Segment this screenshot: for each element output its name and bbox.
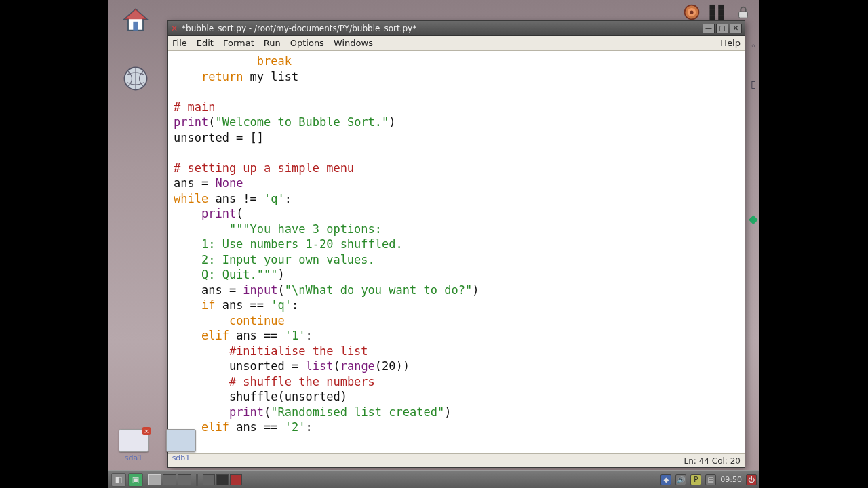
editor-window: ✕ *bubble_sort.py - /root/my-documents/P… — [167, 20, 745, 468]
desktop: ▪▪▪▪▪▪ ◦ ▯ ◆ ✕ *bubble_sort.py - /root/m… — [108, 0, 760, 488]
task-item[interactable] — [230, 474, 242, 485]
tray-app-icon[interactable]: ◆ — [660, 474, 671, 485]
widget-dot-icon[interactable]: ◦ — [751, 41, 756, 52]
grid-icon[interactable]: ▪▪▪▪▪▪ — [708, 3, 727, 22]
svg-rect-1 — [133, 22, 138, 30]
menubar: File Edit Format Run Options Windows Hel… — [168, 36, 745, 51]
string: "Randomised list created" — [271, 405, 444, 419]
code-text: : — [285, 192, 292, 205]
workspace-3[interactable] — [178, 474, 191, 485]
builtin-input: input — [243, 283, 277, 297]
globe-icon[interactable] — [117, 60, 155, 98]
widget-arrow-icon[interactable]: ◆ — [749, 211, 758, 226]
desktop-drives: × sda1 sdb1 — [117, 429, 198, 462]
menu-format[interactable]: Format — [223, 38, 254, 48]
code-text: ) — [389, 115, 395, 129]
clock[interactable]: 09:50 — [720, 475, 742, 484]
drive-label: sdb1 — [164, 453, 198, 462]
col-value: 20 — [730, 456, 741, 466]
builtin-print: print — [174, 115, 208, 129]
eject-badge-icon: × — [142, 427, 151, 435]
workspace-2[interactable] — [163, 474, 176, 485]
desktop-button[interactable]: ▣ — [128, 473, 143, 487]
string: '2' — [285, 420, 306, 434]
kw-elif: elif — [201, 329, 229, 342]
code-text: ans != — [208, 192, 264, 205]
string: """You have 3 options: — [229, 222, 382, 236]
volume-icon[interactable]: 🔊 — [675, 474, 686, 485]
lock-icon[interactable] — [734, 3, 753, 22]
workspace-pager[interactable] — [148, 474, 191, 485]
builtin-range: range — [340, 359, 375, 373]
target-icon[interactable] — [682, 3, 701, 22]
top-tray: ▪▪▪▪▪▪ — [682, 3, 753, 22]
task-item[interactable] — [216, 474, 229, 485]
builtin-print: print — [229, 405, 264, 419]
drive-sda1[interactable]: × sda1 — [117, 429, 151, 462]
task-item[interactable] — [203, 474, 215, 485]
menu-file[interactable]: File — [172, 38, 187, 48]
string: '1' — [285, 329, 306, 342]
tray-doc-icon[interactable]: ▤ — [705, 474, 716, 485]
code-text: ans = — [174, 176, 215, 190]
menu-edit[interactable]: Edit — [197, 38, 214, 48]
drive-sdb1[interactable]: sdb1 — [164, 429, 198, 462]
text-cursor — [313, 420, 313, 434]
statusbar: Ln: 44 Col: 20 — [168, 453, 745, 467]
code-text: shuffle(unsorted) — [174, 390, 347, 403]
code-text: ) — [278, 268, 285, 281]
menu-run[interactable]: Run — [264, 38, 281, 48]
code-text: ans == — [229, 329, 285, 342]
string: 'q' — [271, 298, 292, 312]
comment: # shuffle the numbers — [229, 375, 375, 388]
code-text: ) — [472, 283, 479, 297]
kw-continue: continue — [229, 314, 285, 327]
close-icon[interactable]: ✕ — [171, 24, 178, 33]
comment: #initialise the list — [229, 344, 368, 358]
menu-options[interactable]: Options — [290, 38, 324, 48]
kw-if: if — [201, 298, 215, 312]
svg-marker-2 — [125, 9, 147, 20]
home-icon[interactable] — [117, 1, 155, 39]
ln-value: 44 — [699, 456, 709, 466]
code-text: ( — [236, 207, 243, 220]
string: "Welcome to Bubble Sort." — [215, 115, 389, 129]
code-text: ans = — [174, 283, 243, 297]
letterbox-right — [760, 0, 868, 488]
code-text: ( — [333, 359, 340, 373]
ln-label: Ln: — [684, 456, 696, 466]
builtin-none: None — [215, 176, 243, 190]
kw-break: break — [257, 54, 292, 68]
letterbox-left — [0, 0, 108, 488]
string: 2: Input your own values. — [174, 253, 375, 266]
code-text: unsorted = — [174, 359, 305, 373]
tray-power-icon[interactable]: ⏻ — [746, 474, 757, 485]
string: 1: Use numbers 1-20 shuffled. — [174, 237, 403, 251]
minimize-button[interactable]: — — [703, 24, 715, 33]
kw-return: return — [201, 70, 243, 83]
svg-rect-7 — [739, 12, 748, 18]
workspace-1[interactable] — [148, 474, 161, 485]
launcher-column — [117, 1, 155, 98]
code-text: ( — [264, 405, 271, 419]
code-text: (20)) — [375, 359, 410, 373]
titlebar[interactable]: ✕ *bubble_sort.py - /root/my-documents/P… — [168, 21, 745, 36]
tray-p-icon[interactable]: P — [690, 474, 701, 485]
code-text: : — [292, 298, 298, 312]
close-button[interactable]: ✕ — [730, 24, 742, 33]
menu-help[interactable]: Help — [720, 38, 741, 48]
code-text: : — [306, 329, 313, 342]
kw-elif: elif — [201, 420, 229, 434]
menu-button[interactable]: ◧ — [111, 473, 126, 487]
string: Q: Quit.""" — [174, 268, 278, 281]
string: 'q' — [264, 192, 285, 205]
col-label: Col: — [712, 456, 728, 466]
menu-windows[interactable]: Windows — [334, 38, 373, 48]
code-text: ) — [444, 405, 451, 419]
maximize-button[interactable]: ▢ — [716, 24, 728, 33]
code-editor[interactable]: break return my_list # main print("Welco… — [168, 51, 745, 453]
widget-device-icon[interactable]: ▯ — [751, 79, 756, 89]
code-text: ( — [278, 283, 285, 297]
separator — [196, 474, 198, 486]
kw-while: while — [174, 192, 208, 205]
